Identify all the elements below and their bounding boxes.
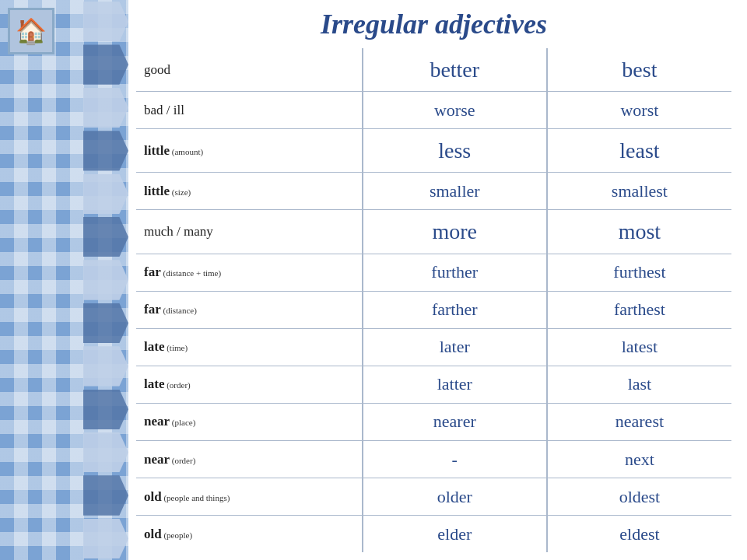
arrow-11 xyxy=(83,432,128,472)
base-form-cell: good xyxy=(136,48,363,92)
base-form-cell: bad / ill xyxy=(136,92,363,129)
comparative-form-cell: further xyxy=(363,254,547,291)
base-form-cell: late (order) xyxy=(136,366,363,403)
base-qualifier: (amount) xyxy=(170,147,203,156)
base-form-cell: late (time) xyxy=(136,328,363,366)
base-qualifier: (distance + time) xyxy=(161,268,221,278)
comparative-form-cell: older xyxy=(363,478,547,516)
table-row: little (amount)lessleast xyxy=(136,129,731,173)
table-row: far (distance)fartherfarthest xyxy=(136,291,731,328)
superlative-form-cell: latest xyxy=(547,328,731,366)
table-row: late (order)latterlast xyxy=(136,366,731,403)
arrow-1 xyxy=(83,2,128,41)
base-word: near xyxy=(144,452,170,467)
superlative-form-cell: least xyxy=(547,129,731,173)
table-row: much / manymoremost xyxy=(136,210,731,254)
base-qualifier: (people and things) xyxy=(162,493,230,502)
arrow-decorations xyxy=(82,0,128,560)
superlative-form-cell: next xyxy=(547,440,731,478)
comparative-form-cell: latter xyxy=(363,366,547,403)
arrow-8 xyxy=(83,303,128,343)
arrow-6 xyxy=(83,217,128,257)
base-form-cell: near (place) xyxy=(136,403,363,440)
superlative-form-cell: best xyxy=(547,48,731,92)
base-word: late xyxy=(144,339,164,354)
superlative-form-cell: smallest xyxy=(547,173,731,210)
left-decorative-panel: 🏠 xyxy=(0,0,128,560)
table-row: goodbetterbest xyxy=(136,48,731,92)
superlative-form-cell: eldest xyxy=(547,516,731,552)
base-qualifier: (order) xyxy=(170,456,195,465)
base-qualifier: (place) xyxy=(170,418,195,427)
table-row: near (order)-next xyxy=(136,440,731,478)
comparative-form-cell: - xyxy=(363,440,547,478)
base-qualifier: (people) xyxy=(162,530,192,540)
base-word: little xyxy=(144,143,170,158)
superlative-form-cell: nearest xyxy=(547,403,731,440)
base-form-cell: far (distance + time) xyxy=(136,254,363,291)
table-row: old (people)eldereldest xyxy=(136,516,731,552)
table-row: far (distance + time)furtherfurthest xyxy=(136,254,731,291)
arrow-5 xyxy=(83,174,128,214)
base-form-cell: much / many xyxy=(136,210,363,254)
comparative-form-cell: elder xyxy=(363,516,547,552)
superlative-form-cell: farthest xyxy=(547,291,731,328)
comparative-form-cell: worse xyxy=(363,92,547,129)
comparative-form-cell: farther xyxy=(363,291,547,328)
comparative-form-cell: smaller xyxy=(363,173,547,210)
base-word: old xyxy=(144,527,162,541)
arrow-13 xyxy=(83,519,128,558)
comparative-form-cell: more xyxy=(363,210,547,254)
base-word: far xyxy=(144,302,161,317)
superlative-form-cell: furthest xyxy=(547,254,731,291)
base-qualifier: (order) xyxy=(164,380,190,390)
superlative-form-cell: worst xyxy=(547,92,731,129)
base-qualifier: (time) xyxy=(164,343,188,352)
base-word: near xyxy=(144,414,170,429)
page-title: Irregular adjectives xyxy=(136,8,731,40)
arrow-9 xyxy=(83,346,128,386)
base-word: little xyxy=(144,184,170,198)
base-word: old xyxy=(144,489,162,504)
table-row: old (people and things)olderoldest xyxy=(136,478,731,516)
comparative-form-cell: less xyxy=(363,129,547,173)
base-form-cell: old (people) xyxy=(136,516,363,552)
table-row: little (size)smallersmallest xyxy=(136,173,731,210)
base-form-cell: far (distance) xyxy=(136,291,363,328)
base-qualifier: (size) xyxy=(170,187,191,197)
superlative-form-cell: oldest xyxy=(547,478,731,516)
base-qualifier: (distance) xyxy=(161,306,197,315)
comparative-form-cell: better xyxy=(363,48,547,92)
table-row: late (time)laterlatest xyxy=(136,328,731,366)
base-word: late xyxy=(144,376,164,391)
arrow-7 xyxy=(83,260,128,299)
base-form-cell: little (amount) xyxy=(136,129,363,173)
arrow-10 xyxy=(83,390,128,429)
adjectives-table: goodbetterbestbad / illworseworstlittle … xyxy=(136,48,731,552)
arrow-4 xyxy=(83,131,128,170)
main-content: Irregular adjectives goodbetterbestbad /… xyxy=(128,0,747,560)
home-icon[interactable]: 🏠 xyxy=(8,8,54,54)
base-word: far xyxy=(144,264,161,279)
table-row: bad / illworseworst xyxy=(136,92,731,129)
arrow-2 xyxy=(83,44,128,84)
superlative-form-cell: most xyxy=(547,210,731,254)
base-form-cell: near (order) xyxy=(136,440,363,478)
table-row: near (place)nearernearest xyxy=(136,403,731,440)
arrow-12 xyxy=(83,475,128,515)
comparative-form-cell: later xyxy=(363,328,547,366)
base-form-cell: old (people and things) xyxy=(136,478,363,516)
arrow-3 xyxy=(83,88,128,128)
superlative-form-cell: last xyxy=(547,366,731,403)
comparative-form-cell: nearer xyxy=(363,403,547,440)
base-form-cell: little (size) xyxy=(136,173,363,210)
